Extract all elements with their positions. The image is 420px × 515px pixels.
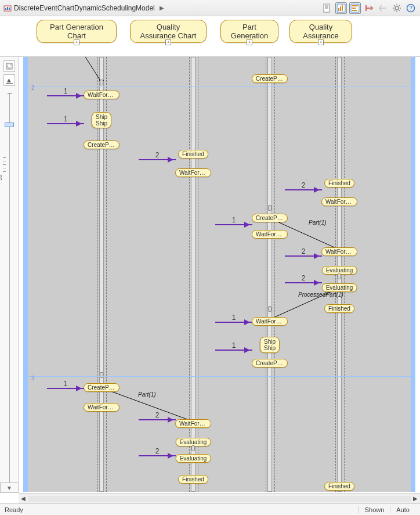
message-label: Part(1): [309, 219, 327, 226]
sequence-canvas[interactable]: 23CreatePartWaitForQAShipShipCreatePartF…: [28, 57, 411, 492]
breadcrumb[interactable]: DiscreteEventChartDynamicSchedulingModel…: [3, 4, 164, 12]
scroll-track[interactable]: [28, 496, 411, 502]
state-node[interactable]: WaitForPart: [321, 197, 357, 206]
status-text: Ready: [5, 506, 23, 513]
state-node[interactable]: WaitForQA: [84, 91, 120, 99]
state-node[interactable]: Finished: [178, 150, 208, 159]
step-icon[interactable]: [363, 2, 375, 14]
breadcrumb-arrow-icon[interactable]: ▶: [160, 5, 164, 11]
canvas-wrap[interactable]: 23CreatePartWaitForQAShipShipCreatePartF…: [19, 57, 420, 492]
svg-rect-13: [352, 5, 358, 6]
col-header-part-generation-chart[interactable]: Part GenerationChart +: [37, 20, 117, 43]
state-node[interactable]: Evaluating: [176, 454, 211, 463]
status-auto[interactable]: Auto: [390, 506, 415, 513]
state-node[interactable]: CreatePart: [252, 74, 288, 83]
svg-rect-2: [7, 7, 8, 10]
self-transition-arrow[interactable]: 1: [215, 322, 252, 323]
state-node[interactable]: CreatePart: [252, 214, 288, 222]
state-node[interactable]: ShipShip: [92, 112, 111, 128]
state-node[interactable]: WaitForQA: [252, 230, 288, 239]
arrow-label: 1: [64, 115, 68, 123]
col-label: QualityAssurance: [303, 23, 338, 40]
self-transition-arrow[interactable]: 1: [47, 95, 84, 96]
view-chart1-icon[interactable]: [335, 2, 347, 14]
col-header-part-generation[interactable]: PartGeneration +: [220, 20, 278, 43]
state-node[interactable]: WaitForPart: [321, 247, 357, 256]
activation-tick: [100, 80, 103, 85]
scroll-left-icon[interactable]: ◀: [19, 494, 28, 503]
self-transition-arrow[interactable]: 2: [139, 419, 176, 420]
state-node[interactable]: CreatePart: [252, 359, 288, 368]
self-transition-arrow[interactable]: 1: [215, 224, 252, 225]
svg-point-16: [395, 6, 399, 10]
svg-rect-9: [338, 8, 339, 11]
help-icon[interactable]: ?: [405, 2, 417, 14]
state-node[interactable]: WaitForQA: [252, 317, 288, 326]
self-transition-arrow[interactable]: 1: [47, 388, 84, 389]
self-transition-arrow[interactable]: 2: [285, 255, 322, 257]
arrow-label: 1: [232, 216, 236, 224]
view-chart2-icon[interactable]: [349, 2, 361, 14]
activation-tick: [191, 445, 195, 451]
activation-tick: [268, 306, 271, 312]
self-transition-arrow[interactable]: 1: [47, 123, 84, 124]
state-node[interactable]: Evaluating: [322, 283, 357, 292]
state-node[interactable]: WaitForPart: [175, 168, 211, 177]
toolbar-actions: ?: [321, 2, 417, 14]
column-headers: Part GenerationChart + QualityAssurance …: [0, 16, 420, 57]
svg-rect-11: [342, 5, 343, 11]
phase-label: 3: [31, 375, 35, 381]
left-gutter: ▲ 10: [0, 57, 19, 492]
state-node[interactable]: Finished: [178, 475, 208, 484]
svg-rect-14: [352, 8, 356, 9]
status-shown[interactable]: Shown: [359, 506, 390, 513]
settings-gear-icon[interactable]: [391, 2, 403, 14]
svg-rect-1: [5, 8, 6, 10]
col-header-quality-assurance-chart[interactable]: QualityAssurance Chart +: [130, 20, 207, 43]
expand-handle-icon[interactable]: +: [318, 39, 324, 45]
state-node[interactable]: Finished: [324, 482, 354, 491]
expand-handle-icon[interactable]: +: [247, 39, 252, 45]
state-node[interactable]: CreatePart: [84, 383, 120, 392]
arrow-label: 1: [232, 314, 236, 322]
svg-rect-15: [352, 10, 357, 11]
scroll-right-icon[interactable]: ▶: [411, 494, 420, 503]
arrow-label: 2: [155, 447, 160, 455]
self-transition-arrow[interactable]: 2: [139, 159, 176, 160]
self-transition-arrow[interactable]: 2: [285, 282, 322, 283]
breadcrumb-text[interactable]: DiscreteEventChartDynamicSchedulingModel: [14, 4, 155, 12]
status-bar: Ready Shown Auto: [0, 503, 420, 515]
expand-handle-icon[interactable]: +: [74, 39, 79, 45]
horizontal-scrollbar[interactable]: ◀ ▶: [19, 493, 420, 503]
phase-label: 2: [31, 85, 35, 91]
collapse-gutter-icon[interactable]: ▼: [0, 482, 19, 493]
self-transition-arrow[interactable]: 2: [285, 189, 322, 190]
svg-rect-20: [8, 64, 11, 68]
state-node[interactable]: Finished: [324, 179, 354, 188]
zoom-slider[interactable]: 10: [4, 93, 15, 492]
state-node[interactable]: CreatePart: [84, 141, 120, 149]
lifeline-part-generation: [266, 57, 274, 492]
activation-tick: [338, 273, 341, 279]
arrow-label: 2: [302, 181, 306, 189]
col-header-quality-assurance[interactable]: QualityAssurance +: [289, 20, 352, 43]
phase-separator: [28, 376, 411, 377]
col-label: PartGeneration: [231, 23, 268, 40]
zoom-thumb[interactable]: [5, 123, 14, 127]
svg-text:?: ?: [409, 5, 412, 12]
expand-handle-icon[interactable]: +: [165, 39, 171, 45]
state-node[interactable]: WaitForQA: [84, 403, 120, 412]
state-node[interactable]: WaitForPart: [175, 419, 211, 428]
state-node[interactable]: Finished: [324, 304, 354, 313]
report-icon[interactable]: [321, 2, 333, 14]
message-label: ProcessedPart(1): [298, 291, 343, 298]
state-node[interactable]: ShipShip: [260, 337, 280, 353]
self-transition-arrow[interactable]: 2: [139, 455, 176, 456]
toolbar: DiscreteEventChartDynamicSchedulingModel…: [0, 0, 420, 16]
phase-separator: [28, 86, 411, 87]
fit-to-view-icon[interactable]: [3, 60, 15, 72]
arrow-label: 1: [64, 87, 68, 95]
chart-icon: [3, 4, 12, 12]
self-transition-arrow[interactable]: 1: [215, 350, 252, 351]
go-top-icon[interactable]: ▲: [3, 74, 15, 86]
